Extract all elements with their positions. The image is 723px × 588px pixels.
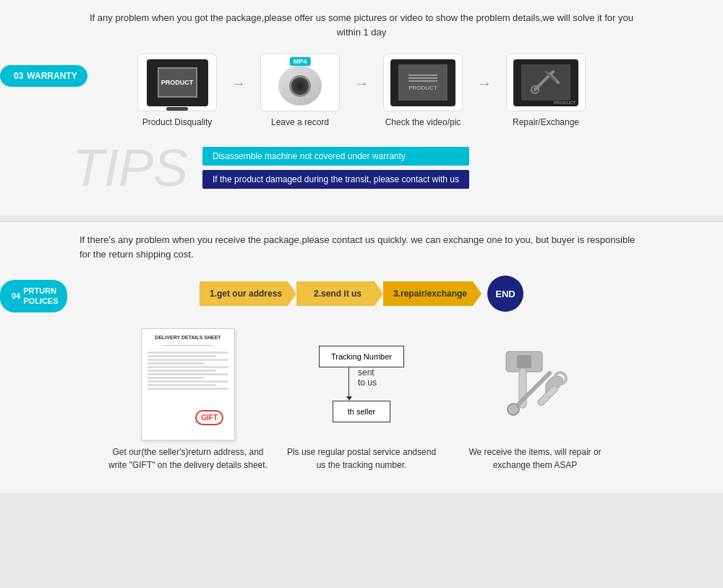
- product-icon-box: PRODUCT: [137, 54, 217, 111]
- tip2-box: If the product damaged during the transi…: [202, 170, 469, 189]
- tracking-diagram: Tracking Number sent to us: [319, 346, 404, 422]
- return-section: If there's any problem when you receive …: [0, 222, 723, 493]
- return-badge-line1: PRTURN: [23, 286, 58, 296]
- tools-desc: We receive the items, will repair or exc…: [455, 446, 615, 472]
- tools-icon-container: [488, 337, 582, 431]
- repair-icon-box: PRODUCT: [506, 54, 586, 111]
- sheet-line-4: [147, 362, 204, 365]
- svg-rect-5: [517, 355, 531, 368]
- tools-svg-icon: [492, 341, 578, 427]
- chevron-step1: 1.get our address: [200, 281, 296, 306]
- process-steps-row: 1.get our address 2.send it us 3.repair/…: [43, 276, 680, 312]
- product-label-small: PRODUCT: [408, 85, 437, 91]
- sheet-line-8: [147, 377, 204, 379]
- camera-lens-icon: [289, 75, 311, 97]
- arrow-line-mid: [348, 382, 349, 396]
- tracking-number-box: Tracking Number: [319, 346, 404, 367]
- tracking-number-label: Tracking Number: [331, 352, 392, 361]
- tips-boxes: Disassemble machine not covered under wa…: [202, 147, 469, 189]
- sheet-line-6: [147, 370, 216, 372]
- sheet-title: DELIVERY DETAILS SHEET: [147, 335, 228, 340]
- sheet-subtitle: ——————————————: [147, 343, 228, 347]
- arrow-line-group: [346, 367, 352, 401]
- badge-label: WARRANTY: [27, 71, 77, 81]
- product-monitor-icon: PRODUCT: [147, 59, 208, 106]
- end-circle: END: [487, 276, 523, 312]
- step-video: PRODUCT Check the video/pic: [376, 54, 470, 127]
- tracking-desc: Pls use regular postal service andsend u…: [282, 446, 441, 472]
- product-screen-label: PRODUCT: [161, 79, 194, 86]
- return-badge-text: PRTURN POLICES: [23, 286, 58, 307]
- step1-label: Product Disquality: [142, 117, 213, 127]
- sheet-line-1: [147, 351, 228, 354]
- sheet-line-7: [147, 373, 228, 375]
- return-intro: If there's any problem when you receive …: [80, 233, 643, 261]
- tips-title: TIPS: [72, 142, 188, 194]
- video-icon-box: PRODUCT: [383, 54, 463, 111]
- monitor-stand: [166, 107, 188, 111]
- camera-body-icon: [278, 66, 322, 106]
- tracking-column: Tracking Number sent to us: [282, 330, 441, 472]
- video-screen: PRODUCT: [398, 64, 448, 101]
- delivery-sheet-image: DELIVERY DETAILS SHEET ——————————————: [141, 328, 235, 440]
- step-product: PRODUCT Product Disquality: [130, 54, 224, 127]
- tracking-visual: Tracking Number sent to us: [304, 330, 419, 438]
- seller-box: th seller: [333, 401, 390, 422]
- repair-screen: [521, 64, 570, 101]
- chevron-step2: 2.send it us: [296, 281, 383, 306]
- arrow3-icon: →: [477, 75, 492, 92]
- svg-point-10: [508, 404, 519, 415]
- badge-number: 03: [14, 71, 23, 81]
- step2-label: Leave a record: [271, 117, 329, 127]
- arrow1-icon: →: [231, 75, 246, 92]
- return-badge-line2: POLICES: [23, 296, 58, 306]
- gift-badge: GIFT: [195, 410, 223, 425]
- warranty-intro: If any problem when you got the package,…: [80, 7, 643, 39]
- return-badge-number: 04: [12, 291, 20, 301]
- sent-to-us-label: sent to us: [358, 367, 377, 388]
- tips-section: TIPS Disassemble machine not covered und…: [43, 142, 680, 194]
- three-columns: DELIVERY DETAILS SHEET ——————————————: [43, 330, 680, 472]
- step3-label: Check the video/pic: [385, 117, 461, 127]
- warranty-section: If any problem when you got the package,…: [0, 0, 723, 216]
- sheet-line-10: [147, 384, 216, 386]
- video-line-3: [408, 80, 437, 82]
- sheet-content-lines: [147, 351, 228, 390]
- step-record: MP4 Leave a record: [253, 54, 347, 127]
- sheet-line-11: [147, 388, 228, 390]
- step-repair: PRODUCT Repair/Exchange: [499, 54, 593, 127]
- delivery-sheet-desc: Get our(the seller's)return address, and…: [108, 446, 268, 472]
- arrow2-icon: →: [354, 75, 369, 92]
- warranty-badge: 03 WARRANTY: [0, 65, 87, 87]
- video-line-1: [408, 74, 437, 76]
- sheet-line-9: [147, 380, 228, 383]
- tip1-box: Disassemble machine not covered under wa…: [202, 147, 469, 166]
- return-badge: 04 PRTURN POLICES: [0, 280, 67, 312]
- arrow-line-top: [348, 367, 349, 382]
- arrow-with-text: sent to us: [346, 367, 377, 401]
- step4-label: Repair/Exchange: [513, 117, 579, 127]
- process-step-3: 3.repair/exchange: [383, 281, 482, 306]
- tools-visual: [477, 330, 593, 438]
- delivery-sheet-column: DELIVERY DETAILS SHEET ——————————————: [108, 330, 268, 472]
- monitor-screen: PRODUCT: [158, 67, 197, 98]
- sheet-line-3: [147, 359, 228, 361]
- sheet-line-5: [147, 366, 228, 368]
- warranty-steps-row: PRODUCT Product Disquality → MP4: [43, 54, 680, 127]
- sheet-line-2: [147, 355, 216, 357]
- video-monitor-icon: PRODUCT: [390, 59, 455, 106]
- page-wrapper: If any problem when you got the package,…: [0, 0, 723, 493]
- video-lines: [408, 74, 437, 82]
- video-line-2: [408, 77, 437, 79]
- repair-monitor-icon: PRODUCT: [513, 59, 578, 106]
- chevron-step3: 3.repair/exchange: [383, 281, 482, 306]
- process-step-2: 2.send it us: [296, 281, 383, 306]
- process-step-1: 1.get our address: [200, 281, 296, 306]
- tracking-arrow: sent to us: [346, 367, 377, 401]
- mp4-container: MP4: [268, 57, 333, 108]
- delivery-sheet-visual: DELIVERY DETAILS SHEET ——————————————: [130, 330, 246, 438]
- mp4-badge: MP4: [290, 57, 311, 66]
- tools-column: We receive the items, will repair or exc…: [455, 330, 615, 472]
- repair-tools-svg: [528, 68, 564, 97]
- mp4-icon-box: MP4: [260, 54, 340, 111]
